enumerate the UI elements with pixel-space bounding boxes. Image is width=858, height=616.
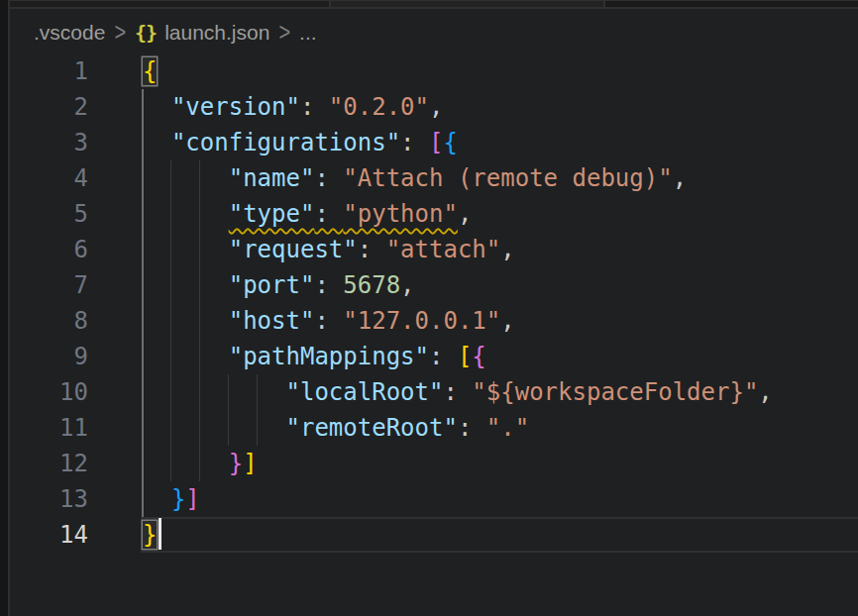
code-token: "name" xyxy=(229,164,315,192)
tab-1[interactable] xyxy=(10,1,329,7)
code-line[interactable]: 14} xyxy=(12,517,858,553)
code-token: "0.2.0" xyxy=(329,93,429,121)
code-token: : xyxy=(314,271,343,299)
code-token: : xyxy=(314,200,343,228)
code-line[interactable]: 5 "type": "python", xyxy=(12,196,858,232)
code-token: : xyxy=(314,164,343,192)
line-content: "port": 5678, xyxy=(143,267,858,303)
code-token: "configurations" xyxy=(171,129,400,156)
code-token xyxy=(143,164,229,192)
code-token: : xyxy=(400,129,429,156)
editor: .vscode > {} launch.json > ... 1{2 "vers… xyxy=(12,11,858,616)
line-number[interactable]: 6 xyxy=(12,232,88,267)
code-token: 5678 xyxy=(343,271,400,299)
code-token: , xyxy=(758,378,772,406)
line-content: "type": "python", xyxy=(143,196,858,232)
code-line[interactable]: 9 "pathMappings": [{ xyxy=(12,339,858,374)
json-file-icon: {} xyxy=(135,21,157,45)
code-token xyxy=(143,129,171,156)
code-line[interactable]: 12 }] xyxy=(12,446,858,481)
code-line[interactable]: 3 "configurations": [{ xyxy=(12,125,858,160)
line-number[interactable]: 11 xyxy=(12,410,88,446)
code-token: , xyxy=(500,236,514,263)
code-line[interactable]: 11 "remoteRoot": "." xyxy=(12,410,858,446)
tab-2[interactable] xyxy=(329,1,603,7)
code-token xyxy=(143,200,229,228)
code-token: "type" xyxy=(229,200,315,228)
code-line[interactable]: 8 "host": "127.0.0.1", xyxy=(12,303,858,339)
code-token: "request" xyxy=(229,236,358,263)
line-content: "version": "0.2.0", xyxy=(143,89,858,125)
line-number[interactable]: 3 xyxy=(12,125,88,160)
breadcrumb-item-file[interactable]: launch.json xyxy=(164,21,269,45)
code-token: "Attach (remote debug)" xyxy=(343,164,672,192)
line-number[interactable]: 8 xyxy=(12,303,88,339)
code-token: "attach" xyxy=(386,236,501,263)
line-content: "request": "attach", xyxy=(143,232,858,267)
code-token xyxy=(143,450,229,477)
code-token: , xyxy=(458,200,472,228)
code-line[interactable]: 1{ xyxy=(12,53,858,89)
code-token: , xyxy=(500,307,514,335)
line-content: "remoteRoot": "." xyxy=(143,410,858,446)
matched-bracket: { xyxy=(143,57,157,85)
code-line[interactable]: 13 }] xyxy=(12,481,858,517)
code-token: "port" xyxy=(229,271,315,299)
code-token xyxy=(143,414,286,442)
code-line[interactable]: 10 "localRoot": "${workspaceFolder}", xyxy=(12,374,858,410)
code-line[interactable]: 6 "request": "attach", xyxy=(12,232,858,267)
code-token xyxy=(143,378,286,406)
code-token: ] xyxy=(243,450,257,477)
line-number[interactable]: 5 xyxy=(12,196,88,232)
breadcrumb-item-symbol[interactable]: ... xyxy=(299,21,317,45)
text-cursor xyxy=(159,518,161,550)
code-line[interactable]: 7 "port": 5678, xyxy=(12,267,858,303)
line-number[interactable]: 13 xyxy=(12,481,88,517)
line-number[interactable]: 14 xyxy=(12,517,88,553)
tab-bar xyxy=(10,0,858,9)
chevron-right-icon: > xyxy=(114,18,126,47)
code-token: [ xyxy=(458,343,472,370)
line-content: }] xyxy=(143,481,858,517)
line-number[interactable]: 2 xyxy=(12,89,88,125)
code-token: "remoteRoot" xyxy=(286,414,458,442)
code-token: : xyxy=(300,93,329,121)
line-content: { xyxy=(143,53,858,89)
code-token xyxy=(143,343,229,370)
code-token: [ xyxy=(429,129,443,156)
line-number[interactable]: 4 xyxy=(12,160,88,196)
line-content: }] xyxy=(143,446,858,481)
code-token: "python" xyxy=(343,200,458,228)
editor-left-edge xyxy=(0,0,10,616)
code-token xyxy=(143,271,229,299)
code-token: : xyxy=(458,414,486,442)
line-number[interactable]: 10 xyxy=(12,374,88,410)
line-number[interactable]: 1 xyxy=(12,53,88,89)
line-number[interactable]: 9 xyxy=(12,339,88,374)
code-token: "pathMappings" xyxy=(229,343,429,370)
line-content: "localRoot": "${workspaceFolder}", xyxy=(143,374,858,410)
code-token xyxy=(143,307,229,335)
code-token: : xyxy=(314,307,343,335)
breadcrumb: .vscode > {} launch.json > ... xyxy=(12,11,858,53)
code-lines: 1{2 "version": "0.2.0",3 "configurations… xyxy=(12,53,858,553)
line-number[interactable]: 7 xyxy=(12,267,88,303)
code-token xyxy=(143,93,171,121)
breadcrumb-item-folder[interactable]: .vscode xyxy=(34,21,105,45)
line-content: "host": "127.0.0.1", xyxy=(143,303,858,339)
line-content: "configurations": [{ xyxy=(143,125,858,160)
tab-3[interactable] xyxy=(603,1,858,7)
code-line[interactable]: 2 "version": "0.2.0", xyxy=(12,89,858,125)
code-token: : xyxy=(358,236,386,263)
code-token: ] xyxy=(185,485,199,513)
code-token: "localRoot" xyxy=(286,378,444,406)
code-token: } xyxy=(171,485,185,513)
code-token: } xyxy=(229,450,243,477)
chevron-right-icon: > xyxy=(278,18,290,47)
code-token: , xyxy=(429,93,443,121)
code-line[interactable]: 4 "name": "Attach (remote debug)", xyxy=(12,160,858,196)
line-number[interactable]: 12 xyxy=(12,446,88,481)
code-token xyxy=(143,485,171,513)
code-token: "host" xyxy=(229,307,315,335)
code-token: { xyxy=(443,129,457,156)
